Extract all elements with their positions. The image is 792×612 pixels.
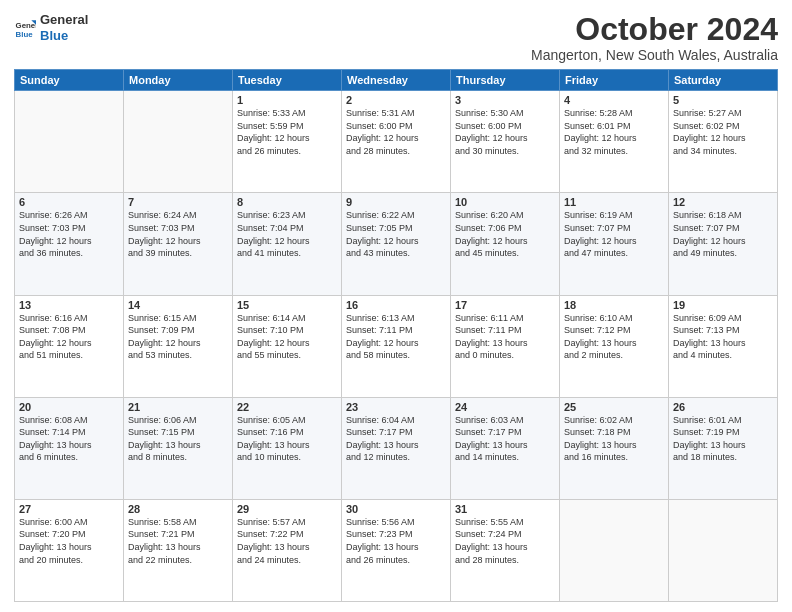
day-number: 18 xyxy=(564,299,664,311)
day-number: 8 xyxy=(237,196,337,208)
weekday-header-friday: Friday xyxy=(560,70,669,91)
weekday-header-wednesday: Wednesday xyxy=(342,70,451,91)
weekday-header-saturday: Saturday xyxy=(669,70,778,91)
cell-details: Sunrise: 5:56 AM Sunset: 7:23 PM Dayligh… xyxy=(346,516,446,566)
day-number: 6 xyxy=(19,196,119,208)
cell-details: Sunrise: 5:58 AM Sunset: 7:21 PM Dayligh… xyxy=(128,516,228,566)
page: General Blue General Blue October 2024 M… xyxy=(0,0,792,612)
day-number: 2 xyxy=(346,94,446,106)
calendar-cell: 28Sunrise: 5:58 AM Sunset: 7:21 PM Dayli… xyxy=(124,499,233,601)
cell-details: Sunrise: 6:24 AM Sunset: 7:03 PM Dayligh… xyxy=(128,209,228,259)
calendar-cell: 22Sunrise: 6:05 AM Sunset: 7:16 PM Dayli… xyxy=(233,397,342,499)
calendar-cell: 18Sunrise: 6:10 AM Sunset: 7:12 PM Dayli… xyxy=(560,295,669,397)
calendar-cell: 10Sunrise: 6:20 AM Sunset: 7:06 PM Dayli… xyxy=(451,193,560,295)
cell-details: Sunrise: 6:14 AM Sunset: 7:10 PM Dayligh… xyxy=(237,312,337,362)
day-number: 20 xyxy=(19,401,119,413)
calendar-cell: 20Sunrise: 6:08 AM Sunset: 7:14 PM Dayli… xyxy=(15,397,124,499)
cell-details: Sunrise: 6:02 AM Sunset: 7:18 PM Dayligh… xyxy=(564,414,664,464)
cell-details: Sunrise: 6:09 AM Sunset: 7:13 PM Dayligh… xyxy=(673,312,773,362)
cell-details: Sunrise: 6:03 AM Sunset: 7:17 PM Dayligh… xyxy=(455,414,555,464)
day-number: 21 xyxy=(128,401,228,413)
day-number: 5 xyxy=(673,94,773,106)
day-number: 23 xyxy=(346,401,446,413)
day-number: 15 xyxy=(237,299,337,311)
day-number: 25 xyxy=(564,401,664,413)
day-number: 29 xyxy=(237,503,337,515)
day-number: 1 xyxy=(237,94,337,106)
calendar-week-1: 1Sunrise: 5:33 AM Sunset: 5:59 PM Daylig… xyxy=(15,91,778,193)
day-number: 27 xyxy=(19,503,119,515)
cell-details: Sunrise: 6:11 AM Sunset: 7:11 PM Dayligh… xyxy=(455,312,555,362)
cell-details: Sunrise: 6:01 AM Sunset: 7:19 PM Dayligh… xyxy=(673,414,773,464)
title-block: October 2024 Mangerton, New South Wales,… xyxy=(531,12,778,63)
calendar-cell: 19Sunrise: 6:09 AM Sunset: 7:13 PM Dayli… xyxy=(669,295,778,397)
cell-details: Sunrise: 6:26 AM Sunset: 7:03 PM Dayligh… xyxy=(19,209,119,259)
cell-details: Sunrise: 6:04 AM Sunset: 7:17 PM Dayligh… xyxy=(346,414,446,464)
day-number: 17 xyxy=(455,299,555,311)
logo-blue: Blue xyxy=(40,28,88,44)
cell-details: Sunrise: 5:30 AM Sunset: 6:00 PM Dayligh… xyxy=(455,107,555,157)
calendar-week-5: 27Sunrise: 6:00 AM Sunset: 7:20 PM Dayli… xyxy=(15,499,778,601)
calendar-cell: 31Sunrise: 5:55 AM Sunset: 7:24 PM Dayli… xyxy=(451,499,560,601)
calendar-cell: 30Sunrise: 5:56 AM Sunset: 7:23 PM Dayli… xyxy=(342,499,451,601)
calendar-cell: 2Sunrise: 5:31 AM Sunset: 6:00 PM Daylig… xyxy=(342,91,451,193)
cell-details: Sunrise: 6:08 AM Sunset: 7:14 PM Dayligh… xyxy=(19,414,119,464)
cell-details: Sunrise: 6:19 AM Sunset: 7:07 PM Dayligh… xyxy=(564,209,664,259)
weekday-header-tuesday: Tuesday xyxy=(233,70,342,91)
cell-details: Sunrise: 6:16 AM Sunset: 7:08 PM Dayligh… xyxy=(19,312,119,362)
day-number: 19 xyxy=(673,299,773,311)
calendar-cell: 27Sunrise: 6:00 AM Sunset: 7:20 PM Dayli… xyxy=(15,499,124,601)
cell-details: Sunrise: 6:18 AM Sunset: 7:07 PM Dayligh… xyxy=(673,209,773,259)
cell-details: Sunrise: 6:06 AM Sunset: 7:15 PM Dayligh… xyxy=(128,414,228,464)
calendar-cell: 4Sunrise: 5:28 AM Sunset: 6:01 PM Daylig… xyxy=(560,91,669,193)
calendar-cell: 11Sunrise: 6:19 AM Sunset: 7:07 PM Dayli… xyxy=(560,193,669,295)
logo-icon: General Blue xyxy=(14,17,36,39)
calendar-cell: 1Sunrise: 5:33 AM Sunset: 5:59 PM Daylig… xyxy=(233,91,342,193)
day-number: 11 xyxy=(564,196,664,208)
calendar-cell: 8Sunrise: 6:23 AM Sunset: 7:04 PM Daylig… xyxy=(233,193,342,295)
cell-details: Sunrise: 5:31 AM Sunset: 6:00 PM Dayligh… xyxy=(346,107,446,157)
header: General Blue General Blue October 2024 M… xyxy=(14,12,778,63)
logo-general: General xyxy=(40,12,88,28)
day-number: 28 xyxy=(128,503,228,515)
calendar-cell xyxy=(560,499,669,601)
calendar-cell: 15Sunrise: 6:14 AM Sunset: 7:10 PM Dayli… xyxy=(233,295,342,397)
subtitle: Mangerton, New South Wales, Australia xyxy=(531,47,778,63)
day-number: 26 xyxy=(673,401,773,413)
cell-details: Sunrise: 6:15 AM Sunset: 7:09 PM Dayligh… xyxy=(128,312,228,362)
calendar-cell: 14Sunrise: 6:15 AM Sunset: 7:09 PM Dayli… xyxy=(124,295,233,397)
calendar-cell xyxy=(15,91,124,193)
calendar-cell xyxy=(124,91,233,193)
cell-details: Sunrise: 6:22 AM Sunset: 7:05 PM Dayligh… xyxy=(346,209,446,259)
calendar-cell: 3Sunrise: 5:30 AM Sunset: 6:00 PM Daylig… xyxy=(451,91,560,193)
calendar-cell: 6Sunrise: 6:26 AM Sunset: 7:03 PM Daylig… xyxy=(15,193,124,295)
cell-details: Sunrise: 6:23 AM Sunset: 7:04 PM Dayligh… xyxy=(237,209,337,259)
calendar-cell: 26Sunrise: 6:01 AM Sunset: 7:19 PM Dayli… xyxy=(669,397,778,499)
calendar-cell: 13Sunrise: 6:16 AM Sunset: 7:08 PM Dayli… xyxy=(15,295,124,397)
calendar-cell: 17Sunrise: 6:11 AM Sunset: 7:11 PM Dayli… xyxy=(451,295,560,397)
cell-details: Sunrise: 5:28 AM Sunset: 6:01 PM Dayligh… xyxy=(564,107,664,157)
day-number: 12 xyxy=(673,196,773,208)
main-title: October 2024 xyxy=(531,12,778,47)
calendar-cell: 5Sunrise: 5:27 AM Sunset: 6:02 PM Daylig… xyxy=(669,91,778,193)
calendar-cell xyxy=(669,499,778,601)
cell-details: Sunrise: 5:55 AM Sunset: 7:24 PM Dayligh… xyxy=(455,516,555,566)
calendar-cell: 24Sunrise: 6:03 AM Sunset: 7:17 PM Dayli… xyxy=(451,397,560,499)
cell-details: Sunrise: 5:27 AM Sunset: 6:02 PM Dayligh… xyxy=(673,107,773,157)
day-number: 7 xyxy=(128,196,228,208)
cell-details: Sunrise: 5:33 AM Sunset: 5:59 PM Dayligh… xyxy=(237,107,337,157)
calendar-week-4: 20Sunrise: 6:08 AM Sunset: 7:14 PM Dayli… xyxy=(15,397,778,499)
day-number: 4 xyxy=(564,94,664,106)
cell-details: Sunrise: 6:13 AM Sunset: 7:11 PM Dayligh… xyxy=(346,312,446,362)
calendar-cell: 9Sunrise: 6:22 AM Sunset: 7:05 PM Daylig… xyxy=(342,193,451,295)
calendar-cell: 7Sunrise: 6:24 AM Sunset: 7:03 PM Daylig… xyxy=(124,193,233,295)
calendar-table: SundayMondayTuesdayWednesdayThursdayFrid… xyxy=(14,69,778,602)
cell-details: Sunrise: 6:10 AM Sunset: 7:12 PM Dayligh… xyxy=(564,312,664,362)
day-number: 14 xyxy=(128,299,228,311)
logo: General Blue General Blue xyxy=(14,12,88,43)
calendar-cell: 23Sunrise: 6:04 AM Sunset: 7:17 PM Dayli… xyxy=(342,397,451,499)
svg-text:General: General xyxy=(16,21,36,30)
day-number: 16 xyxy=(346,299,446,311)
calendar-cell: 16Sunrise: 6:13 AM Sunset: 7:11 PM Dayli… xyxy=(342,295,451,397)
day-number: 31 xyxy=(455,503,555,515)
